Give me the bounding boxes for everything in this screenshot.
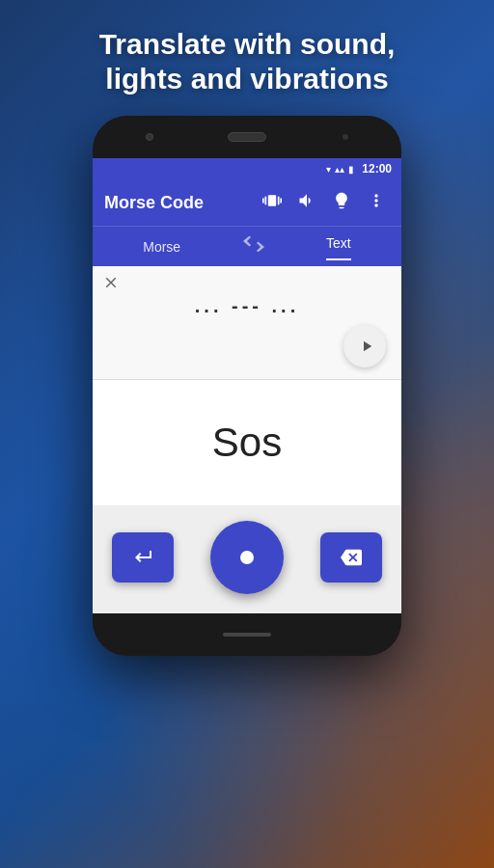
translated-text: Sos: [212, 420, 282, 466]
home-indicator: [223, 633, 271, 637]
wifi-icon: ▾: [326, 164, 331, 175]
camera-dot: [146, 133, 153, 141]
tab-row: Morse Text: [93, 226, 401, 266]
vibrate-icon[interactable]: [259, 187, 286, 219]
backspace-button[interactable]: [320, 532, 382, 583]
play-button[interactable]: [343, 325, 386, 367]
led-indicator: [343, 134, 348, 140]
keyboard-row: [93, 505, 401, 613]
more-options-icon[interactable]: [363, 187, 390, 219]
input-card: ... --- ...: [93, 266, 401, 380]
space-button[interactable]: [112, 532, 174, 583]
tab-arrow-icon: [243, 236, 264, 257]
tab-morse[interactable]: Morse: [143, 239, 180, 255]
sound-icon[interactable]: [293, 187, 320, 219]
tab-text[interactable]: Text: [326, 235, 351, 260]
morse-code-text: ... --- ...: [104, 276, 390, 325]
screen-content: ... --- ... Sos: [93, 266, 401, 613]
phone-top-bezel: [93, 116, 401, 158]
morse-input-button[interactable]: [210, 521, 284, 594]
headline: Translate with sound, lights and vibrati…: [70, 0, 425, 116]
battery-icon: ▮: [348, 164, 354, 175]
phone-shell: ▾ ▴▴ ▮ 12:00 Morse Code: [93, 116, 401, 656]
output-area: Sos: [93, 380, 401, 505]
center-dot: [240, 551, 254, 564]
status-time: 12:00: [362, 162, 392, 176]
light-icon[interactable]: [328, 187, 355, 219]
app-toolbar: Morse Code: [93, 179, 401, 226]
status-bar: ▾ ▴▴ ▮ 12:00: [93, 158, 401, 179]
headline-line1: Translate with sound,: [99, 28, 396, 60]
app-title: Morse Code: [104, 193, 251, 213]
signal-icon: ▴▴: [335, 164, 344, 175]
headline-line2: lights and vibrations: [105, 63, 388, 95]
clear-button[interactable]: [102, 274, 120, 296]
phone-bottom-bezel: [93, 613, 401, 656]
speaker-grille: [228, 132, 266, 142]
play-button-container: [104, 325, 390, 367]
